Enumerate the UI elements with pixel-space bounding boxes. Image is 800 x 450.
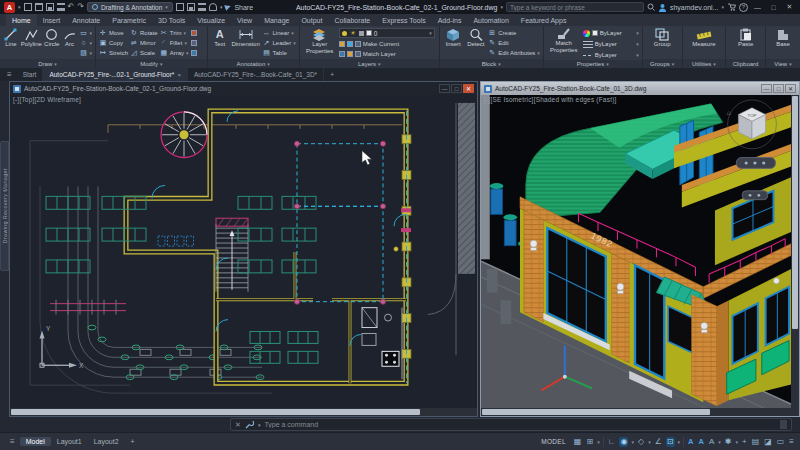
circle-button[interactable]: Circle bbox=[44, 28, 60, 48]
tab-automation[interactable]: Automation bbox=[467, 14, 514, 26]
tab-home[interactable]: Home bbox=[6, 14, 37, 26]
tab-collaborate[interactable]: Collaborate bbox=[328, 14, 376, 26]
start-tab[interactable]: Start bbox=[17, 68, 44, 81]
annotation-visibility-icon[interactable]: A bbox=[687, 437, 694, 447]
ellipse-button[interactable]: ○▾ bbox=[80, 38, 93, 47]
base-button[interactable]: Base bbox=[771, 28, 795, 48]
app-close-button[interactable]: ✕ bbox=[783, 2, 796, 13]
clean-screen-icon[interactable]: ▭ bbox=[776, 437, 786, 447]
match-properties-button[interactable]: Match Properties bbox=[547, 28, 581, 53]
autocad-logo-icon[interactable]: A bbox=[4, 2, 15, 13]
app-maximize-button[interactable]: □ bbox=[767, 2, 780, 13]
polar-caret-icon[interactable]: ▾ bbox=[631, 439, 634, 445]
file-tab-ground-floor[interactable]: AutoCAD-FY25_Fire-...02-1_Ground-Floor* … bbox=[43, 68, 188, 81]
ortho-icon[interactable]: ∟ bbox=[607, 437, 617, 447]
command-scroll-icon[interactable] bbox=[780, 420, 787, 429]
share-label[interactable]: Share bbox=[234, 4, 253, 11]
group-button[interactable]: Group bbox=[650, 28, 674, 48]
undo-icon[interactable]: ↶ bbox=[68, 3, 75, 11]
new-tab-button[interactable]: + bbox=[324, 68, 340, 81]
vertical-scrollbar[interactable] bbox=[791, 95, 799, 408]
open-from-web-icon[interactable] bbox=[176, 3, 184, 11]
workspace-icon[interactable]: ✱ bbox=[724, 437, 733, 447]
user-avatar-icon[interactable] bbox=[658, 3, 667, 12]
mirror-button[interactable]: ⇌Mirror bbox=[130, 38, 158, 47]
command-input[interactable] bbox=[264, 421, 776, 428]
polar-tracking-icon[interactable]: ◉ bbox=[619, 437, 628, 447]
detect-button[interactable]: Detect bbox=[466, 28, 487, 48]
lineweight-dropdown[interactable]: ByLayer ▾ bbox=[583, 39, 639, 49]
model-space-button[interactable]: MODEL bbox=[541, 438, 566, 445]
new-file-icon[interactable] bbox=[24, 3, 32, 11]
snap-caret-icon[interactable]: ▾ bbox=[597, 439, 600, 445]
iso-drawing[interactable]: 1982 bbox=[481, 95, 791, 408]
edit-attributes-button[interactable]: ✎Edit Attributes▾ bbox=[488, 48, 540, 57]
tab-insert[interactable]: Insert bbox=[37, 14, 67, 26]
tab-output[interactable]: Output bbox=[295, 14, 328, 26]
window-close-button[interactable]: ✕ bbox=[785, 84, 796, 93]
make-current-button[interactable]: Make Current bbox=[339, 39, 435, 48]
object-color-dropdown[interactable]: ByLayer ▾ bbox=[583, 28, 639, 38]
tab-featured-apps[interactable]: Featured Apps bbox=[515, 14, 573, 26]
autoscale-icon[interactable]: A bbox=[697, 437, 704, 447]
file-tab-3d[interactable]: AutoCAD-FY25_Fire-...Book-Cafe_01_3D* bbox=[188, 68, 324, 81]
window-minimize-button[interactable]: — bbox=[761, 84, 772, 93]
polyline-button[interactable]: Polyline bbox=[21, 28, 42, 48]
paste-button[interactable]: Paste bbox=[734, 28, 758, 48]
window-minimize-button[interactable]: — bbox=[439, 84, 450, 93]
isodraft-icon[interactable]: ◇ bbox=[637, 437, 645, 447]
tab-visualize[interactable]: Visualize bbox=[191, 14, 231, 26]
stretch-button[interactable]: ↦Stretch bbox=[99, 48, 128, 57]
save-to-web-icon[interactable] bbox=[187, 3, 195, 11]
file-tab-menu-icon[interactable]: ≡ bbox=[2, 68, 17, 81]
osnap-icon[interactable]: ⊡ bbox=[666, 437, 675, 447]
array-button[interactable]: ▦Array▾ bbox=[160, 48, 189, 57]
tab-annotate[interactable]: Annotate bbox=[66, 14, 106, 26]
drawing-recovery-palette-tab[interactable]: Drawing Recovery Manager bbox=[0, 141, 9, 271]
share-icon[interactable] bbox=[225, 3, 233, 11]
model-tab[interactable]: Model bbox=[20, 437, 51, 446]
horizontal-scrollbar[interactable] bbox=[481, 408, 799, 416]
panel-properties-footer[interactable]: Properties▾ bbox=[544, 60, 642, 68]
user-caret-icon[interactable]: ▾ bbox=[721, 4, 724, 10]
panel-block-footer[interactable]: Block▾ bbox=[440, 59, 543, 68]
offset-button[interactable] bbox=[191, 48, 197, 57]
help-icon[interactable]: ? bbox=[739, 3, 748, 12]
app-menu-caret-icon[interactable]: ▾ bbox=[18, 4, 21, 10]
edit-block-button[interactable]: ✎Edit bbox=[488, 38, 540, 47]
rotate-button[interactable]: ↻Rotate bbox=[130, 28, 158, 37]
tab-view[interactable]: View bbox=[231, 14, 258, 26]
2d-canvas[interactable]: X Y [-][Top][2D Wireframe] bbox=[10, 95, 477, 408]
copy-button[interactable]: ▣Copy bbox=[99, 38, 128, 47]
viewport-controls[interactable]: [-][SE Isometric][Shaded with edges (Fas… bbox=[484, 96, 617, 103]
panel-layers-footer[interactable]: Layers▾ bbox=[300, 59, 439, 68]
osnap-tracking-icon[interactable]: ∠ bbox=[654, 437, 663, 447]
batch-plot-icon[interactable] bbox=[198, 3, 206, 11]
scroll-thumb[interactable] bbox=[482, 409, 710, 415]
panel-modify-footer[interactable]: Modify▾ bbox=[96, 59, 207, 68]
isolate-icon[interactable]: ▤ bbox=[751, 437, 761, 447]
search-input[interactable] bbox=[506, 2, 644, 12]
close-tab-icon[interactable]: × bbox=[177, 72, 181, 78]
annotation-scale-caret-icon[interactable]: ▾ bbox=[718, 439, 721, 445]
hatch-button[interactable]: ▨▾ bbox=[80, 48, 93, 57]
panel-clipboard-footer[interactable]: Clipboard bbox=[726, 59, 765, 68]
customization-icon[interactable]: ≡ bbox=[788, 437, 795, 447]
panel-utilities-footer[interactable]: Utilities▾ bbox=[683, 59, 726, 68]
linetype-dropdown[interactable]: ByLayer ▾ bbox=[583, 50, 639, 60]
command-close-icon[interactable]: ✕ bbox=[235, 421, 241, 429]
rectangle-button[interactable]: ▭▾ bbox=[80, 28, 93, 37]
graphics-performance-icon[interactable]: ◪ bbox=[763, 437, 773, 447]
match-layer-button[interactable]: Match Layer bbox=[339, 49, 435, 58]
command-customize-icon[interactable] bbox=[245, 420, 254, 429]
title-caret-icon[interactable]: ▾ bbox=[500, 4, 503, 10]
open-file-icon[interactable] bbox=[35, 3, 43, 11]
window-titlebar[interactable]: AutoCAD-FY25_Fire-Station-Book-Cafe_02-1… bbox=[10, 82, 477, 95]
panel-groups-footer[interactable]: Groups▾ bbox=[643, 59, 682, 68]
linear-button[interactable]: ↔Linear▾ bbox=[263, 28, 296, 37]
trim-button[interactable]: ✂Trim▾ bbox=[160, 28, 189, 37]
new-layout-button[interactable]: + bbox=[125, 437, 141, 446]
command-recent-caret-icon[interactable]: ▾ bbox=[258, 422, 261, 428]
floor-plan-drawing[interactable]: X Y bbox=[10, 95, 477, 408]
explode-button[interactable] bbox=[191, 38, 197, 47]
